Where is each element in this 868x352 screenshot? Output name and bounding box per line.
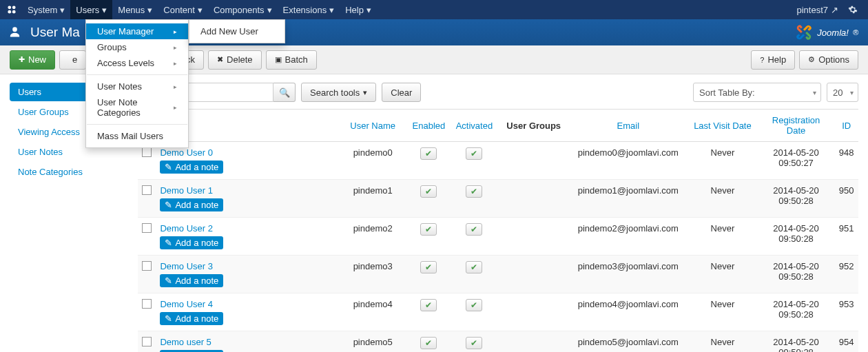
status-enabled-button[interactable]: ✔ — [420, 299, 437, 311]
users-table: Name▴ User Name Enabled Activated User G… — [138, 109, 858, 352]
topmenu-help[interactable]: Help▾ — [340, 0, 377, 19]
menu-item-user-note-categories[interactable]: User Note Categories▸ — [86, 94, 188, 121]
edit-button[interactable]: e — [59, 50, 86, 70]
topmenu-components[interactable]: Components▾ — [208, 0, 278, 19]
col-registration[interactable]: Registration Date — [772, 115, 820, 136]
row-checkbox[interactable] — [142, 337, 152, 346]
cell-username: pindemo1 — [338, 180, 408, 218]
menu-item-user-notes[interactable]: User Notes▸ — [86, 79, 188, 94]
joomla-icon[interactable] — [6, 3, 18, 16]
status-enabled-button[interactable]: ✔ — [466, 223, 482, 236]
new-button[interactable]: ✚New — [10, 50, 55, 70]
menu-item-add-new-user[interactable]: Add New User — [189, 23, 285, 39]
check-icon: ✔ — [471, 225, 477, 234]
chevron-right-icon: ▸ — [174, 60, 177, 67]
status-enabled-button[interactable]: ✔ — [466, 147, 482, 160]
search-button[interactable]: 🔍 — [273, 83, 296, 102]
status-enabled-button[interactable]: ✔ — [466, 337, 482, 349]
users-dropdown: User Manager▸Groups▸Access Levels▸User N… — [85, 19, 189, 148]
check-icon: ✔ — [471, 187, 477, 196]
table-row: Demo User 1✎Add a notepindemo1✔✔pindemo1… — [138, 180, 858, 218]
row-checkbox[interactable] — [142, 147, 152, 157]
check-icon: ✔ — [425, 300, 432, 310]
col-username[interactable]: User Name — [350, 121, 395, 131]
status-enabled-button[interactable]: ✔ — [466, 299, 482, 311]
topmenu-menus[interactable]: Menus▾ — [112, 0, 158, 19]
status-enabled-button[interactable]: ✔ — [466, 185, 482, 198]
col-enabled[interactable]: Enabled — [413, 121, 446, 131]
delete-icon: ✖ — [217, 55, 223, 64]
menu-item-access-levels[interactable]: Access Levels▸ — [86, 55, 188, 71]
delete-button[interactable]: ✖Delete — [208, 50, 262, 70]
topmenu-content[interactable]: Content▾ — [158, 0, 208, 19]
status-enabled-button[interactable]: ✔ — [420, 147, 437, 160]
status-enabled-button[interactable]: ✔ — [420, 223, 437, 236]
topmenu-users[interactable]: Users▾ — [70, 0, 112, 19]
add-note-button[interactable]: ✎Add a note — [160, 274, 223, 287]
status-enabled-button[interactable]: ✔ — [466, 261, 482, 273]
svg-point-3 — [12, 10, 16, 14]
col-email[interactable]: Email — [617, 121, 640, 131]
menu-item-groups[interactable]: Groups▸ — [86, 39, 188, 55]
top-navbar: System▾Users▾Menus▾Content▾Components▾Ex… — [0, 0, 868, 19]
cell-registration: 2014-05-2009:50:28 — [758, 256, 835, 293]
menu-item-user-manager[interactable]: User Manager▸ — [86, 23, 188, 39]
user-name-link[interactable]: Demo User 4 — [160, 299, 333, 309]
user-manager-submenu: Add New User — [189, 19, 285, 43]
chevron-right-icon: ▸ — [174, 44, 177, 51]
page-title: User Ma — [30, 25, 80, 40]
topmenu-extensions[interactable]: Extensions▾ — [278, 0, 340, 19]
user-name-link[interactable]: Demo User 3 — [160, 261, 333, 271]
chevron-down-icon: ▾ — [147, 5, 152, 15]
help-button[interactable]: ?Help — [751, 50, 795, 70]
chevron-down-icon: ▾ — [363, 88, 367, 97]
cell-username: pindemo4 — [338, 293, 408, 331]
col-id[interactable]: ID — [842, 121, 851, 131]
status-enabled-button[interactable]: ✔ — [420, 337, 437, 349]
row-checkbox[interactable] — [142, 185, 152, 195]
row-checkbox[interactable] — [142, 299, 152, 309]
add-note-button[interactable]: ✎Add a note — [160, 312, 223, 325]
sidebar-tab-note-categories[interactable]: Note Categories — [10, 163, 138, 181]
add-note-button[interactable]: ✎Add a note — [160, 198, 223, 211]
cell-id: 953 — [834, 293, 858, 331]
check-icon: ✔ — [471, 300, 477, 310]
add-note-button[interactable]: ✎Add a note — [160, 236, 223, 249]
user-name-link[interactable]: Demo User 2 — [160, 223, 333, 234]
cell-email: pindemo1@joomlavi.com — [569, 180, 688, 218]
options-button[interactable]: ⚙Options — [799, 50, 858, 70]
chevron-down-icon: ▾ — [366, 5, 371, 15]
table-row: Demo User 4✎Add a notepindemo4✔✔pindemo4… — [138, 293, 858, 331]
check-icon: ✔ — [425, 225, 432, 234]
sort-select[interactable]: Sort Table By: — [693, 83, 821, 102]
cell-email: pindemo4@joomlavi.com — [569, 293, 688, 331]
options-icon: ⚙ — [808, 55, 815, 64]
cell-registration: 2014-05-2009:50:28 — [758, 293, 835, 331]
user-name-link[interactable]: Demo User 0 — [160, 147, 333, 158]
cell-id: 948 — [834, 142, 858, 180]
row-checkbox[interactable] — [142, 261, 152, 271]
clear-button[interactable]: Clear — [382, 83, 421, 102]
add-note-button[interactable]: ✎Add a note — [160, 161, 223, 174]
cell-lastvisit: Never — [688, 218, 758, 256]
row-checkbox[interactable] — [142, 223, 152, 233]
search-tools-button[interactable]: Search tools▾ — [301, 83, 376, 102]
status-enabled-button[interactable]: ✔ — [420, 261, 437, 273]
cell-username: pindemo0 — [338, 142, 408, 180]
batch-button[interactable]: ▣Batch — [266, 50, 317, 70]
status-enabled-button[interactable]: ✔ — [420, 185, 437, 198]
settings-gear-icon[interactable] — [843, 0, 862, 19]
col-lastvisit[interactable]: Last Visit Date — [694, 121, 752, 131]
topmenu-system[interactable]: System▾ — [22, 0, 70, 19]
svg-point-0 — [8, 6, 11, 9]
cell-registration: 2014-05-2009:50:28 — [758, 331, 835, 353]
user-name-link[interactable]: Demo user 5 — [160, 337, 333, 347]
menu-item-mass-mail-users[interactable]: Mass Mail Users — [86, 128, 188, 144]
content-area: 🔍 Search tools▾ Clear Sort Table By: 20 … — [138, 74, 868, 352]
current-user-link[interactable]: pintest7 ↗ — [792, 0, 843, 19]
user-name-link[interactable]: Demo User 1 — [160, 185, 333, 196]
limit-select[interactable]: 20 — [827, 83, 858, 102]
col-activated[interactable]: Activated — [456, 121, 493, 131]
table-row: Demo User 2✎Add a notepindemo2✔✔pindemo2… — [138, 218, 858, 256]
current-user-name: pintest7 — [796, 5, 828, 15]
